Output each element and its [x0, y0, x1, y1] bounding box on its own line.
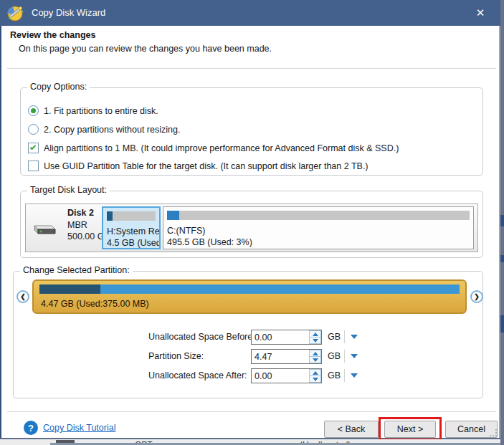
chevron-right-icon[interactable]: ❯	[470, 290, 483, 303]
checkbox-icon-checked[interactable]	[28, 143, 39, 153]
title-bar: Copy Disk Wizard ✕	[0, 0, 500, 26]
spin-down-icon[interactable]	[309, 356, 321, 363]
target-disk-layout-group: Target Disk Layout: Disk 2 MBR 500.00 GB…	[20, 191, 483, 258]
help-icon: ?	[24, 421, 38, 435]
partition-name: C:(NTFS)	[167, 226, 205, 236]
change-selected-partition-group: Change Selected Partition: ❮ ❯ 4.47 GB (…	[13, 271, 483, 398]
spinner	[309, 330, 321, 344]
hard-disk-icon	[32, 221, 56, 237]
usage-bar	[167, 211, 470, 220]
spin-down-icon[interactable]	[309, 375, 321, 383]
chevron-left-icon[interactable]: ❮	[16, 290, 29, 303]
checkbox-icon-unchecked[interactable]	[28, 161, 39, 171]
unit-dropdown-icon[interactable]	[351, 335, 358, 339]
partition-size-input[interactable]: 4.47	[251, 349, 322, 364]
partition-resize-text: 4.47 GB (Used:375.00 MB)	[41, 299, 149, 309]
partition-used-segment	[39, 284, 100, 294]
wizard-app-icon	[6, 4, 24, 22]
back-button[interactable]: < Back	[324, 421, 379, 438]
window-title: Copy Disk Wizard	[32, 0, 105, 26]
radio-icon-unselected[interactable]	[28, 124, 39, 135]
unit-dropdown-icon[interactable]	[351, 354, 358, 358]
change-selected-partition-label: Change Selected Partition:	[20, 265, 133, 275]
page-title: Review the changes	[10, 30, 96, 40]
copy-disk-tutorial-link[interactable]: Copy Disk Tutorial	[43, 423, 115, 433]
copy-disk-wizard-dialog: Copy Disk Wizard ✕ Review the changes On…	[0, 0, 504, 445]
background-window-edge-right	[500, 0, 504, 445]
unallocated-before-input[interactable]: 0.00	[251, 330, 322, 345]
partition-resize-bar[interactable]	[39, 284, 460, 294]
unit-dropdown-icon[interactable]	[351, 373, 358, 378]
resize-grip[interactable]	[490, 429, 498, 438]
target-disk-layout-label: Target Disk Layout:	[27, 185, 110, 195]
spinner	[309, 369, 321, 383]
close-icon[interactable]: ✕	[469, 0, 492, 26]
next-button-highlight	[379, 417, 442, 441]
partition-size: 495.5 GB (Used: 3%)	[167, 237, 252, 247]
disk-name: Disk 2	[67, 208, 94, 218]
radio-icon-selected[interactable]	[28, 105, 39, 116]
header-separator	[7, 68, 496, 69]
copy-options-label: Copy Options:	[27, 82, 90, 92]
partition-name: H:System Res	[107, 226, 161, 236]
page-subtitle: On this page you can review the changes …	[19, 44, 272, 54]
window-border-left	[0, 26, 1, 439]
spin-down-icon[interactable]	[309, 337, 321, 344]
partition-block-c-ntfs[interactable]: C:(NTFS) 495.5 GB (Used: 3%)	[163, 206, 474, 249]
unallocated-after-input[interactable]: 0.00	[251, 368, 322, 383]
disk-type: MBR	[67, 220, 87, 230]
partition-block-system-reserved[interactable]: H:System Res 4.5 GB (Used:	[102, 206, 161, 249]
spinner	[309, 350, 321, 363]
copy-options-group: Copy Options: 1. Fit partitions to entir…	[20, 87, 483, 176]
usage-bar	[107, 211, 156, 221]
disk-map: Disk 2 MBR 500.00 GB H:System Res 4.5 GB…	[25, 204, 478, 252]
footer-separator	[7, 411, 496, 412]
partition-size: 4.5 GB (Used:	[107, 238, 161, 248]
partition-resize-widget[interactable]: 4.47 GB (Used:375.00 MB)	[32, 279, 467, 314]
background-window-edge-bottom: GPT (Unallocated)	[0, 439, 500, 445]
